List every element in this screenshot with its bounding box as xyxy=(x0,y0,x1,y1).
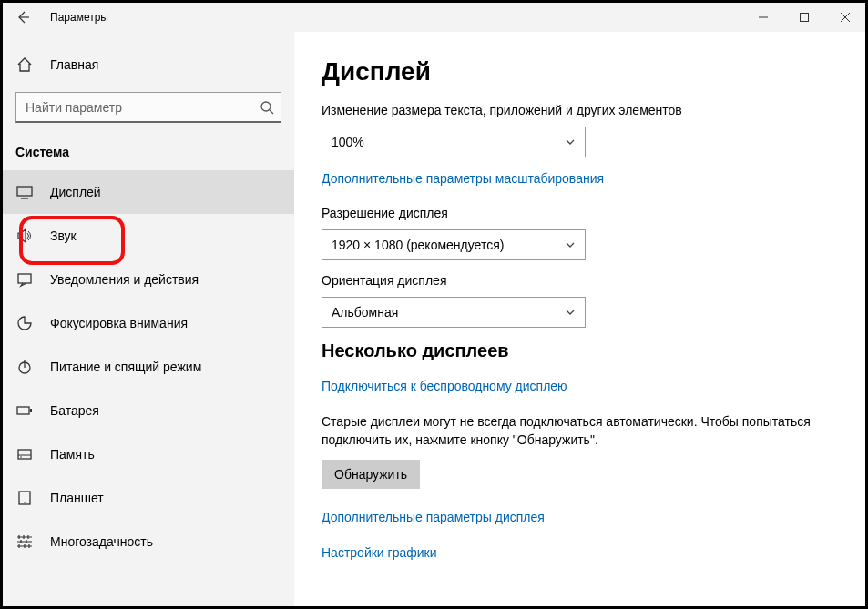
chevron-down-icon xyxy=(565,307,576,318)
sidebar: Главная Система Дисплей Звук xyxy=(3,32,294,606)
page-title: Дисплей xyxy=(322,57,829,86)
sound-icon xyxy=(15,227,34,245)
resolution-value: 1920 × 1080 (рекомендуется) xyxy=(332,238,504,252)
orientation-combo[interactable]: Альбомная xyxy=(322,297,586,328)
sidebar-item-storage[interactable]: Память xyxy=(3,432,294,476)
sidebar-item-label: Память xyxy=(50,447,95,462)
svg-rect-2 xyxy=(17,187,32,196)
chevron-down-icon xyxy=(565,239,576,250)
sidebar-item-sound[interactable]: Звук xyxy=(3,214,294,258)
search-input[interactable] xyxy=(15,92,281,123)
search-icon xyxy=(260,100,274,115)
detect-button[interactable]: Обнаружить xyxy=(322,460,420,489)
scale-value: 100% xyxy=(332,135,364,149)
sidebar-item-label: Планшет xyxy=(50,491,104,505)
back-button[interactable] xyxy=(14,8,32,26)
graphics-settings-link[interactable]: Настройки графики xyxy=(322,545,437,560)
svg-rect-0 xyxy=(800,14,808,22)
scale-label: Изменение размера текста, приложений и д… xyxy=(322,103,829,117)
titlebar: Параметры xyxy=(3,3,865,32)
svg-point-10 xyxy=(24,502,26,503)
svg-rect-7 xyxy=(18,450,31,459)
detect-info-text: Старые дисплеи могут не всегда подключат… xyxy=(322,413,829,449)
notifications-icon xyxy=(15,270,34,289)
home-icon xyxy=(15,56,34,74)
sidebar-item-label: Питание и спящий режим xyxy=(50,360,201,374)
sidebar-item-label: Дисплей xyxy=(50,185,101,199)
tablet-icon xyxy=(15,489,34,507)
svg-rect-5 xyxy=(17,407,29,414)
svg-rect-6 xyxy=(30,409,32,412)
sidebar-item-multitask[interactable]: Многозадачность xyxy=(3,520,294,563)
chevron-down-icon xyxy=(565,137,576,147)
sidebar-item-label: Фокусировка внимания xyxy=(50,316,188,330)
minimize-button[interactable] xyxy=(742,3,783,32)
orientation-label: Ориентация дисплея xyxy=(322,273,829,288)
svg-point-8 xyxy=(20,456,22,458)
sidebar-item-label: Уведомления и действия xyxy=(50,272,199,287)
sidebar-category: Система xyxy=(3,136,294,170)
adv-display-link[interactable]: Дополнительные параметры дисплея xyxy=(322,510,545,524)
power-icon xyxy=(15,358,34,376)
scale-combo[interactable]: 100% xyxy=(322,127,586,157)
svg-point-1 xyxy=(261,102,271,111)
resolution-combo[interactable]: 1920 × 1080 (рекомендуется) xyxy=(322,229,586,260)
sidebar-item-battery[interactable]: Батарея xyxy=(3,389,294,432)
multi-display-heading: Несколько дисплеев xyxy=(322,340,829,361)
battery-icon xyxy=(15,401,34,420)
sidebar-item-power[interactable]: Питание и спящий режим xyxy=(3,345,294,389)
sidebar-item-tablet[interactable]: Планшет xyxy=(3,476,294,520)
svg-rect-3 xyxy=(18,274,31,283)
wireless-display-link[interactable]: Подключиться к беспроводному дисплею xyxy=(322,379,567,393)
display-icon xyxy=(15,183,34,201)
focus-icon xyxy=(15,314,34,332)
sidebar-home-label: Главная xyxy=(50,57,98,72)
sidebar-item-focus[interactable]: Фокусировка внимания xyxy=(3,301,294,345)
multitask-icon xyxy=(15,533,34,551)
storage-icon xyxy=(15,445,34,463)
resolution-label: Разрешение дисплея xyxy=(322,206,829,220)
sidebar-item-label: Батарея xyxy=(50,403,99,418)
sidebar-item-label: Звук xyxy=(50,228,77,243)
window-title: Параметры xyxy=(50,11,108,24)
adv-scale-link[interactable]: Дополнительные параметры масштабирования xyxy=(322,171,604,186)
orientation-value: Альбомная xyxy=(332,305,398,320)
close-button[interactable] xyxy=(824,3,865,32)
sidebar-item-notifications[interactable]: Уведомления и действия xyxy=(3,258,294,301)
sidebar-item-label: Многозадачность xyxy=(50,534,153,549)
maximize-button[interactable] xyxy=(783,3,824,32)
sidebar-home[interactable]: Главная xyxy=(3,48,294,81)
sidebar-item-display[interactable]: Дисплей xyxy=(3,170,294,214)
main-content: Дисплей Изменение размера текста, прилож… xyxy=(294,32,865,606)
